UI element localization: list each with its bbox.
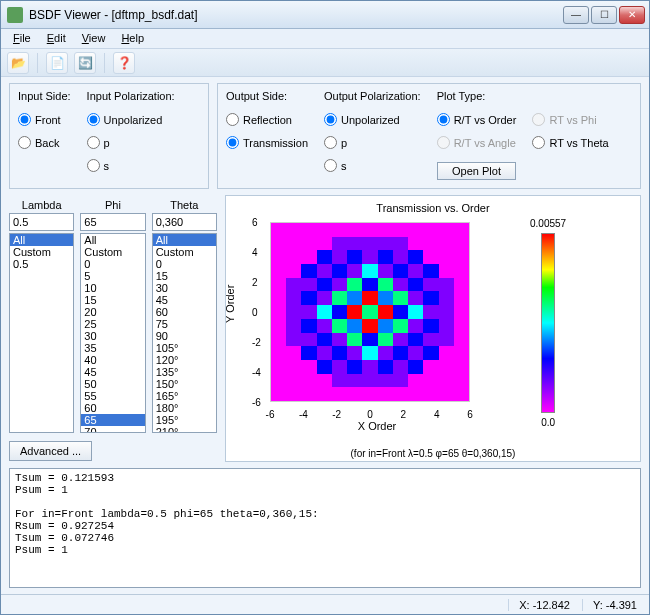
- heatmap-cell: [439, 387, 454, 401]
- list-item[interactable]: 5: [81, 270, 144, 282]
- heatmap-cell: [317, 346, 332, 360]
- theta-listbox[interactable]: AllCustom0153045607590105°120°135°150°16…: [152, 233, 217, 433]
- list-item[interactable]: 65: [81, 414, 144, 426]
- list-item[interactable]: Custom: [153, 246, 216, 258]
- heatmap-cell: [423, 387, 438, 401]
- heatmap-cell: [347, 319, 362, 333]
- list-item[interactable]: 45: [153, 294, 216, 306]
- input-pol-unpolarized[interactable]: Unpolarized: [87, 113, 175, 126]
- list-item[interactable]: 180°: [153, 402, 216, 414]
- list-item[interactable]: 0: [81, 258, 144, 270]
- open-plot-button[interactable]: Open Plot: [437, 162, 517, 180]
- plot-panel: Transmission vs. Order Y Order X Order 6…: [225, 195, 641, 462]
- plottype-rt-theta[interactable]: RT vs Theta: [532, 136, 608, 149]
- list-item[interactable]: 105°: [153, 342, 216, 354]
- status-x: X: -12.842: [508, 599, 570, 611]
- output-pol-s[interactable]: s: [324, 159, 421, 172]
- list-item[interactable]: 25: [81, 318, 144, 330]
- heatmap-cell: [393, 237, 408, 251]
- list-item[interactable]: Custom: [81, 246, 144, 258]
- list-item[interactable]: 210°: [153, 426, 216, 433]
- heatmap-cell: [408, 291, 423, 305]
- theta-input[interactable]: [152, 213, 217, 231]
- ytick: -6: [252, 397, 261, 408]
- heatmap-cell: [317, 374, 332, 388]
- list-item[interactable]: 35: [81, 342, 144, 354]
- list-item[interactable]: 90: [153, 330, 216, 342]
- lambda-input[interactable]: [9, 213, 74, 231]
- heatmap-cell: [393, 223, 408, 237]
- list-item[interactable]: 45: [81, 366, 144, 378]
- heatmap-cell: [393, 264, 408, 278]
- advanced-button[interactable]: Advanced ...: [9, 441, 92, 461]
- input-side-back[interactable]: Back: [18, 136, 71, 149]
- list-item[interactable]: 15: [81, 294, 144, 306]
- list-item[interactable]: 10: [81, 282, 144, 294]
- heatmap-cell: [286, 346, 301, 360]
- list-item[interactable]: 50: [81, 378, 144, 390]
- list-item[interactable]: 0: [153, 258, 216, 270]
- plot-ylabel: Y Order: [224, 285, 236, 323]
- list-item[interactable]: 75: [153, 318, 216, 330]
- lambda-listbox[interactable]: AllCustom0.5: [9, 233, 74, 433]
- list-item[interactable]: All: [153, 234, 216, 246]
- toolbar-help-button[interactable]: [113, 52, 135, 74]
- phi-listbox[interactable]: AllCustom0510152025303540455055606570: [80, 233, 145, 433]
- list-item[interactable]: 70: [81, 426, 144, 433]
- minimize-button[interactable]: —: [563, 6, 589, 24]
- toolbar-open-button[interactable]: [7, 52, 29, 74]
- list-item[interactable]: 40: [81, 354, 144, 366]
- toolbar-refresh-button[interactable]: [74, 52, 96, 74]
- heatmap-cell: [317, 305, 332, 319]
- input-pol-s[interactable]: s: [87, 159, 175, 172]
- heatmap-cell: [286, 374, 301, 388]
- heatmap-cell: [286, 333, 301, 347]
- heatmap-cell: [439, 360, 454, 374]
- list-item[interactable]: 120°: [153, 354, 216, 366]
- list-item[interactable]: 15: [153, 270, 216, 282]
- list-item[interactable]: 20: [81, 306, 144, 318]
- output-pol-p[interactable]: p: [324, 136, 421, 149]
- menu-file[interactable]: File: [7, 31, 37, 46]
- phi-input[interactable]: [80, 213, 145, 231]
- top-panels: Input Side: Front Back Input Polarizatio…: [9, 83, 641, 189]
- heatmap-cell: [393, 387, 408, 401]
- output-pol-unpolarized[interactable]: Unpolarized: [324, 113, 421, 126]
- heatmap-cell: [454, 346, 469, 360]
- input-pol-p[interactable]: p: [87, 136, 175, 149]
- list-item[interactable]: 165°: [153, 390, 216, 402]
- list-item[interactable]: 0.5: [10, 258, 73, 270]
- list-item[interactable]: All: [10, 234, 73, 246]
- input-side-front[interactable]: Front: [18, 113, 71, 126]
- list-item[interactable]: Custom: [10, 246, 73, 258]
- plottype-rt-order[interactable]: R/T vs Order: [437, 113, 517, 126]
- menu-view[interactable]: View: [76, 31, 112, 46]
- list-item[interactable]: 30: [81, 330, 144, 342]
- log-panel[interactable]: Tsum = 0.121593 Psum = 1 For in=Front la…: [9, 468, 641, 588]
- heatmap-cell: [439, 223, 454, 237]
- output-side-transmission[interactable]: Transmission: [226, 136, 308, 149]
- heatmap-cell: [408, 387, 423, 401]
- list-item[interactable]: All: [81, 234, 144, 246]
- list-item[interactable]: 135°: [153, 366, 216, 378]
- heatmap-cell: [332, 278, 347, 292]
- toolbar-copy-button[interactable]: [46, 52, 68, 74]
- output-side-reflection[interactable]: Reflection: [226, 113, 308, 126]
- plot-xlabel: X Order: [358, 420, 397, 432]
- close-button[interactable]: ✕: [619, 6, 645, 24]
- list-item[interactable]: 30: [153, 282, 216, 294]
- output-pol-col: Output Polarization: Unpolarized p s: [324, 90, 421, 180]
- list-item[interactable]: 150°: [153, 378, 216, 390]
- list-item[interactable]: 60: [153, 306, 216, 318]
- maximize-button[interactable]: ☐: [591, 6, 617, 24]
- list-item[interactable]: 195°: [153, 414, 216, 426]
- heatmap-cell: [393, 333, 408, 347]
- heatmap-cell: [271, 346, 286, 360]
- heatmap-cell: [301, 346, 316, 360]
- list-item[interactable]: 55: [81, 390, 144, 402]
- menu-edit[interactable]: Edit: [41, 31, 72, 46]
- heatmap-cell: [393, 360, 408, 374]
- menu-help[interactable]: Help: [115, 31, 150, 46]
- output-group: Output Side: Reflection Transmission Out…: [217, 83, 641, 189]
- list-item[interactable]: 60: [81, 402, 144, 414]
